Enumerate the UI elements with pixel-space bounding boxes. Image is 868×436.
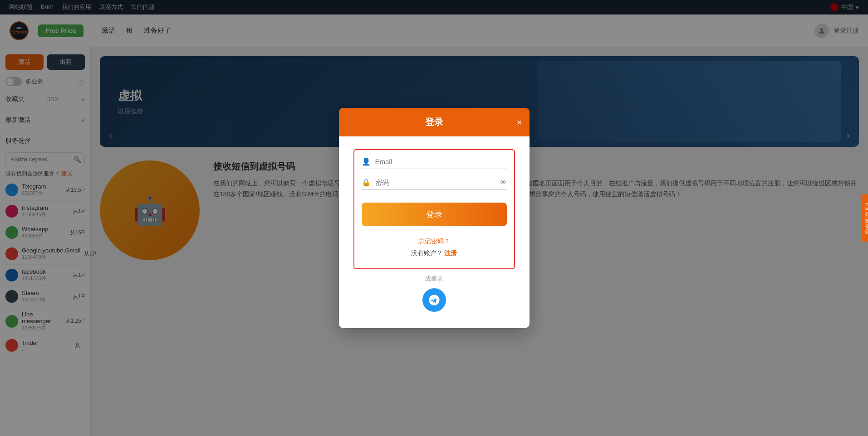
divider-line-right xyxy=(447,279,515,279)
modal-body: 👤 🔒 👁 登录 忘记密码？ 没有账户？ 注册 xyxy=(339,136,530,328)
password-input[interactable] xyxy=(375,179,495,186)
email-input-group: 👤 xyxy=(362,157,507,169)
email-input[interactable] xyxy=(375,158,507,165)
forgot-password-link: 忘记密码？ xyxy=(362,237,507,246)
highlight-box: 👤 🔒 👁 登录 忘记密码？ 没有账户？ 注册 xyxy=(353,149,515,269)
telegram-login-button[interactable] xyxy=(422,288,446,312)
modal-title: 登录 xyxy=(425,117,443,127)
no-account-text: 没有账户？ xyxy=(411,249,443,257)
login-modal: 登录 × 👤 🔒 👁 登录 忘记密码？ xyxy=(339,108,530,328)
register-link[interactable]: 注册 xyxy=(444,249,457,257)
register-link-area: 没有账户？ 注册 xyxy=(362,249,507,257)
person-icon: 👤 xyxy=(362,157,371,166)
social-login xyxy=(353,288,515,312)
lock-icon: 🔒 xyxy=(362,178,371,187)
login-button[interactable]: 登录 xyxy=(362,203,507,226)
feedback-tab[interactable]: 您有建议吗？ xyxy=(862,194,868,242)
forgot-link[interactable]: 忘记密码？ xyxy=(418,237,450,245)
eye-icon[interactable]: 👁 xyxy=(500,179,507,187)
modal-overlay[interactable]: 登录 × 👤 🔒 👁 登录 忘记密码？ xyxy=(0,0,868,436)
divider-text: 或登录 xyxy=(425,275,443,283)
modal-header: 登录 × xyxy=(339,108,530,136)
divider-line-left xyxy=(353,279,421,279)
divider: 或登录 xyxy=(353,275,515,283)
modal-close-button[interactable]: × xyxy=(517,117,522,127)
password-input-group: 🔒 👁 xyxy=(362,178,507,190)
